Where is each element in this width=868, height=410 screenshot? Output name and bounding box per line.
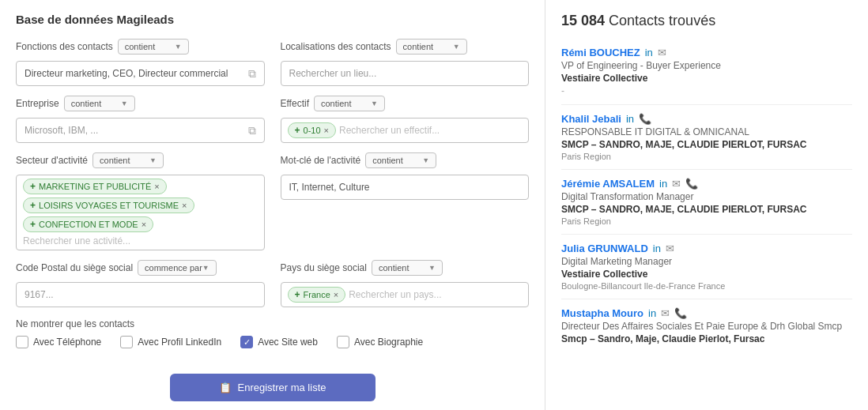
linkedin-icon[interactable]: in [648, 307, 656, 319]
contact-company: SMCP – SANDRO, MAJE, CLAUDIE PIERLOT, FU… [561, 204, 852, 215]
contact-company: Vestiaire Collective [561, 73, 852, 84]
contact-title: Digital Marketing Manager [561, 256, 852, 267]
contact-location: Paris Region [561, 216, 852, 226]
secteur-tag-marketing: + MARKETING ET PUBLICITÉ × [23, 179, 167, 194]
motcle-filter: Mot-clé de l'activité contient ▼ IT, Int… [281, 152, 530, 250]
checkbox-siteweb[interactable]: ✓ Avec Site web [240, 336, 318, 348]
localisations-filter: Localisations des contacts contient ▼ Re… [281, 39, 530, 86]
contact-name[interactable]: Mustapha Mouro [561, 307, 643, 319]
linkedin-icon[interactable]: in [659, 178, 667, 190]
checkbox-telephone-box[interactable] [16, 336, 28, 348]
phone-icon[interactable]: 📞 [674, 307, 687, 319]
localisations-input[interactable]: Rechercher un lieu... [281, 61, 530, 86]
checkbox-biographie-box[interactable] [337, 336, 349, 348]
checkbox-linkedin-label: Avec Profil LinkedIn [138, 337, 221, 348]
contact-company: Vestiaire Collective [561, 269, 852, 280]
effectif-operator-select[interactable]: contient ▼ [314, 96, 385, 111]
enregistrer-button[interactable]: 📋 Enregistrer ma liste [170, 374, 376, 401]
secteur-label: Secteur d'activité [16, 155, 88, 166]
checkbox-biographie-label: Avec Biographie [354, 337, 423, 348]
secteur-tag-confection: + CONFECTION ET MODE × [23, 216, 153, 232]
secteur-filter: Secteur d'activité contient ▼ + MARKETIN… [16, 152, 265, 250]
entreprise-operator-select[interactable]: contient ▼ [64, 96, 135, 111]
email-icon[interactable]: ✉ [666, 243, 674, 254]
localisations-label: Localisations des contacts [281, 41, 391, 52]
fonctions-label: Fonctions des contacts [16, 41, 113, 52]
contact-name[interactable]: Rémi BOUCHEZ [561, 47, 640, 58]
copy-icon: ⧉ [248, 67, 256, 81]
codepostal-filter: Code Postal du siège social commence par… [16, 260, 265, 307]
codepostal-operator-select[interactable]: commence par ▼ [138, 260, 217, 276]
checkbox-telephone-label: Avec Téléphone [33, 337, 101, 348]
checkboxes-row: Avec Téléphone Avec Profil LinkedIn ✓ Av… [16, 336, 529, 348]
contact-list: Rémi BOUCHEZ in ✉ VP of Engineering - Bu… [561, 39, 852, 354]
phone-icon[interactable]: 📞 [685, 178, 698, 190]
results-label: Contacts trouvés [609, 13, 715, 28]
contact-name[interactable]: Khalil Jebali [561, 113, 621, 125]
phone-icon[interactable]: 📞 [639, 113, 651, 125]
entreprise-filter: Entreprise contient ▼ Microsoft, IBM, ..… [16, 96, 265, 143]
results-title: 15 084 Contacts trouvés [561, 13, 852, 29]
entreprise-copy-icon: ⧉ [248, 124, 256, 137]
contact-location: Boulogne-Billancourt Ile-de-France Franc… [561, 281, 852, 291]
linkedin-icon[interactable]: in [653, 243, 661, 254]
codepostal-input[interactable]: 9167... [16, 282, 265, 307]
contact-title: Digital Transformation Manager [561, 191, 852, 202]
localisations-operator-select[interactable]: contient ▼ [396, 39, 467, 55]
linkedin-icon[interactable]: in [645, 47, 653, 58]
pays-filter: Pays du siège social contient ▼ + France… [281, 260, 530, 307]
contact-location: Paris Region [561, 152, 852, 161]
contact-name[interactable]: Jérémie AMSALEM [561, 178, 655, 190]
pays-label: Pays du siège social [281, 262, 367, 273]
pays-tag-france: + France × [288, 287, 346, 303]
motcle-operator-select[interactable]: contient ▼ [365, 152, 436, 168]
contact-company: SMCP – SANDRO, MAJE, CLAUDIE PIERLOT, FU… [561, 139, 852, 150]
contact-name[interactable]: Julia GRUNWALD [561, 243, 648, 254]
entreprise-label: Entreprise [16, 98, 59, 109]
checkbox-siteweb-box[interactable]: ✓ [240, 336, 253, 348]
enregistrer-label: Enregistrer ma liste [238, 382, 326, 393]
effectif-filter: Effectif contient ▼ + 0-10 × Rechercher … [281, 96, 530, 143]
secteur-input[interactable]: + MARKETING ET PUBLICITÉ × + LOISIRS VOY… [16, 175, 265, 250]
checkbox-linkedin-box[interactable] [120, 336, 133, 348]
right-panel: 15 084 Contacts trouvés Rémi BOUCHEZ in … [545, 0, 868, 410]
contact-title: Directeur Des Affaires Sociales Et Paie … [561, 321, 852, 332]
contact-item: Khalil Jebali in 📞 RESPONSABLE IT DIGITA… [561, 105, 852, 170]
enregistrer-icon: 📋 [219, 382, 232, 393]
secteur-operator-select[interactable]: contient ▼ [92, 152, 164, 168]
checkbox-biographie[interactable]: Avec Biographie [337, 336, 423, 348]
page-title: Base de données Magileads [16, 13, 529, 26]
secteur-tag-loisirs: + LOISIRS VOYAGES ET TOURISME × [23, 197, 194, 213]
fonctions-filter: Fonctions des contacts contient ▼ Direct… [16, 39, 265, 86]
fonctions-operator-select[interactable]: contient ▼ [118, 39, 189, 55]
ne-montrer-label: Ne montrer que les contacts [16, 318, 529, 329]
contact-item: Julia GRUNWALD in ✉ Digital Marketing Ma… [561, 235, 852, 299]
left-panel: Base de données Magileads Fonctions des … [0, 0, 545, 410]
effectif-label: Effectif [281, 98, 309, 109]
pays-operator-select[interactable]: contient ▼ [372, 260, 443, 276]
email-icon[interactable]: ✉ [661, 307, 670, 319]
entreprise-input[interactable]: Microsoft, IBM, ... ⧉ [16, 118, 265, 143]
results-count: 15 084 [561, 13, 605, 28]
motcle-input[interactable]: IT, Internet, Culture [281, 175, 530, 200]
linkedin-icon[interactable]: in [626, 113, 634, 125]
pays-input[interactable]: + France × Rechercher un pays... [281, 282, 530, 307]
contact-title: VP of Engineering - Buyer Experience [561, 60, 852, 71]
effectif-tag: + 0-10 × [288, 122, 336, 138]
contact-item: Jérémie AMSALEM in ✉ 📞 Digital Transform… [561, 170, 852, 235]
checkbox-telephone[interactable]: Avec Téléphone [16, 336, 101, 348]
contact-location: - [561, 85, 852, 96]
contact-title: RESPONSABLE IT DIGITAL & OMNICANAL [561, 126, 852, 137]
contact-item: Mustapha Mouro in ✉ 📞 Directeur Des Affa… [561, 299, 852, 354]
motcle-label: Mot-clé de l'activité [281, 155, 361, 166]
checkbox-linkedin[interactable]: Avec Profil LinkedIn [120, 336, 221, 348]
email-icon[interactable]: ✉ [658, 47, 666, 58]
fonctions-input[interactable]: Directeur marketing, CEO, Directeur comm… [16, 61, 265, 86]
codepostal-label: Code Postal du siège social [16, 262, 133, 273]
contact-item: Rémi BOUCHEZ in ✉ VP of Engineering - Bu… [561, 39, 852, 105]
contact-company: Smcp – Sandro, Maje, Claudie Pierlot, Fu… [561, 333, 852, 344]
email-icon[interactable]: ✉ [672, 178, 681, 190]
effectif-input[interactable]: + 0-10 × Rechercher un effectif... [281, 118, 530, 143]
checkbox-siteweb-label: Avec Site web [258, 337, 318, 348]
